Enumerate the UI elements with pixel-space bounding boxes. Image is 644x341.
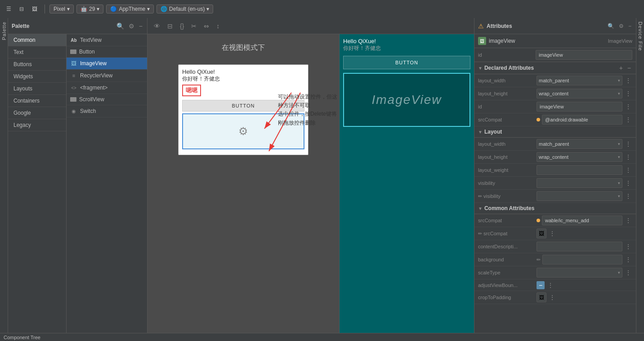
theme-dropdown[interactable]: 🔵 AppTheme ▾ [106,4,154,13]
phone-emoji-text: 嗯嗯 [182,85,201,96]
widget-button[interactable]: Button [67,46,147,58]
layout-height-row: layout_height wrap_content ▾ ⋮ [474,151,636,164]
palette-search-btn[interactable]: 🔍 [116,22,125,31]
declared-srccompat-input[interactable] [542,115,622,125]
visibility-pencil-value: ▾ ⋮ [537,191,632,201]
palette-sidebar: Palette [0,18,8,333]
ellipsis-icon-10[interactable]: ⋮ [624,217,632,224]
widget-textview-label: TextView [80,37,102,43]
palette-settings-btn[interactable]: ⚙ [128,22,135,31]
switch-icon: ◉ [70,108,77,115]
category-item-layouts[interactable]: Layouts [8,83,66,95]
layout-height-dropdown[interactable]: wrap_content ▾ [537,152,622,162]
chevron-down-icon: ▾ [67,6,70,12]
main-area: Palette Palette 🔍 ⚙ − Common Text Button… [0,18,644,333]
orange-dot-icon [537,118,540,121]
adjust-view-bounds-value: − ⋮ [537,281,632,289]
canvas-toolbar: 👁 ⊟ {} ✂ ⇔ ↕ [148,18,474,34]
scale-type-dropdown[interactable]: ▾ [537,268,622,278]
declared-layout-height-dropdown[interactable]: wrap_content ▾ [537,89,622,99]
add-attribute-btn[interactable]: + [618,64,624,72]
widget-fragment[interactable]: <> <fragment> [67,82,147,94]
code-mode-btn[interactable]: {} [177,22,187,31]
delete-btn[interactable]: ✂ [188,22,199,31]
textview-icon: Ab [70,36,77,44]
ellipsis-icon-4[interactable]: ⋮ [624,116,632,123]
category-item-legacy[interactable]: Legacy [8,119,66,131]
locale-dropdown[interactable]: 🌐 Default (en-us) ▾ [157,4,213,13]
layout-width-dropdown[interactable]: match_parent ▾ [537,139,622,149]
category-item-widgets[interactable]: Widgets [8,71,66,83]
attr-settings-btn[interactable]: ⚙ [618,22,625,30]
common-attributes-section-header: ▼ Common Attributes [474,203,636,214]
menu-icon-btn[interactable]: ☰ [4,5,14,13]
content-description-label: contentDescripti... [478,244,537,249]
visibility-pencil-dropdown[interactable]: ▾ [537,191,622,201]
ellipsis-icon-7: ⋮ [624,166,632,174]
attr-close-btn[interactable]: − [627,22,632,30]
component-name-row: 🖼 imageView ImageView [474,34,636,48]
remove-attribute-btn[interactable]: − [626,64,632,72]
widget-switch[interactable]: ◉ Switch [67,105,147,117]
visibility-pencil-row: ✏ visibility ▾ ⋮ [474,190,636,203]
eye-btn[interactable]: 👁 [151,22,163,31]
split-icon: ⊟ [19,6,24,12]
resize-horizontal-btn[interactable]: ⇔ [201,22,212,31]
common-collapse-icon: ▼ [478,206,483,211]
visibility-dropdown[interactable]: ▾ [537,178,622,188]
side-preview-greeting: 你好呀！齐健忠 [343,45,470,52]
image-icon-btn[interactable]: 🖼 [29,5,40,13]
device-dropdown[interactable]: Pixel ▾ [49,4,74,13]
category-item-containers[interactable]: Containers [8,95,66,107]
palette-close-btn[interactable]: − [138,22,143,31]
content-description-row: contentDescripti... ⋮ [474,240,636,253]
phone-greeting-text: 你好呀！齐健忠 [182,75,304,83]
id-input[interactable] [536,50,632,60]
crop-to-padding-icon: 🖼 [537,292,546,302]
attributes-scroll-area[interactable]: ▼ Declared Attributes + − layout_width m… [474,62,636,333]
background-input[interactable] [542,255,622,265]
phone-imageview-icon: ⚙ [238,125,248,138]
category-item-buttons[interactable]: Buttons [8,58,66,71]
ellipsis-icon-13: ⋮ [624,256,632,263]
adjust-view-bounds-minus-btn[interactable]: − [537,281,545,289]
declared-attributes-section-header: ▼ Declared Attributes + − [474,62,636,74]
layout-weight-input[interactable] [537,165,622,175]
declared-layout-width-dropdown[interactable]: match_parent ▾ [537,76,622,85]
declared-layout-width-row: layout_width match_parent ▾ ⋮ [474,74,636,87]
chevron-down-icon-9: ▾ [618,181,620,185]
category-item-google[interactable]: Google [8,107,66,119]
split-icon-btn[interactable]: ⊟ [17,5,27,13]
side-preview-imageview[interactable]: ImageView [343,73,470,127]
srccompat-input-1[interactable] [542,215,622,225]
category-list: Common Text Buttons Widgets Layouts Cont… [8,34,67,333]
srccompat-image-picker[interactable]: 🖼 [537,229,546,238]
content-description-input[interactable] [537,242,622,251]
api-dropdown[interactable]: 🤖 29 ▾ [76,4,103,13]
palette-header: Palette 🔍 ⚙ − [8,18,147,34]
resize-vertical-btn[interactable]: ↕ [214,22,222,31]
declared-layout-width-label: layout_width [478,78,537,83]
side-preview-button[interactable]: BUTTON [343,56,470,69]
category-item-text[interactable]: Text [8,46,66,58]
ellipsis-icon-12: ⋮ [624,243,632,250]
category-item-common[interactable]: Common [8,34,66,46]
srccompat-row-1: srcCompat ⋮ [474,214,636,227]
preview-container[interactable]: 在视图模式下 可以拖动设置控件，但这种方法不可取 选中控件，按Delete键将刚… [148,34,339,333]
declared-id-input[interactable] [537,102,622,112]
chevron-down-icon-5: ▾ [618,78,620,83]
ellipsis-icon-6: ⋮ [624,153,632,161]
palette-panel: Palette 🔍 ⚙ − Common Text Buttons Widget… [8,18,148,333]
attr-search-btn[interactable]: 🔍 [607,22,615,30]
ellipsis-icon-8: ⋮ [624,179,632,187]
widget-recyclerview[interactable]: ≡ RecyclerView [67,70,147,82]
declared-id-row: id ⋮ [474,100,636,113]
ellipsis-icon-3: ⋮ [624,103,632,110]
scrollview-icon [70,97,76,102]
widget-imageview[interactable]: 🖼 ImageView [67,58,147,70]
component-icon-symbol: 🖼 [480,39,484,44]
split-view-btn[interactable]: ⊟ [165,22,175,31]
srccompat-value-2: 🖼 ⋮ [537,229,632,238]
widget-textview[interactable]: Ab TextView [67,34,147,46]
widget-scrollview[interactable]: ScrollView [67,94,147,105]
